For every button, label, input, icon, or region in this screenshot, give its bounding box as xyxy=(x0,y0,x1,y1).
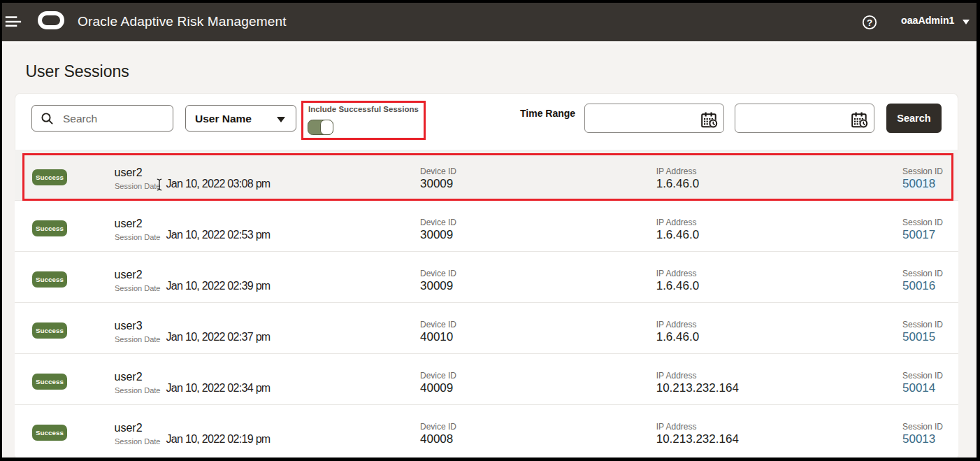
svg-text:?: ? xyxy=(867,17,872,28)
